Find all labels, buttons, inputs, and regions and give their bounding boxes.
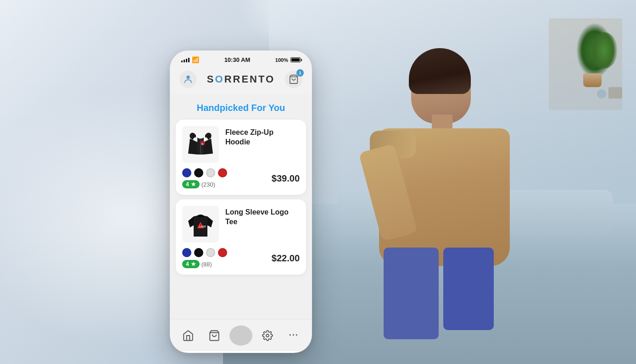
phone-frame: 📶 10:30 AM 100% SORRENTO (170, 50, 312, 353)
cart-icon (289, 74, 299, 84)
person-icon (183, 74, 193, 84)
battery-percent: 100% (275, 57, 288, 63)
bag-icon (208, 330, 220, 342)
rating-value-1: 4 (186, 181, 189, 188)
color-swatches-2 (182, 248, 227, 257)
status-left-icons: 📶 (181, 56, 199, 63)
product-card-1[interactable]: S Fleece Zip-Up Hoodie (176, 120, 306, 195)
svg-point-9 (266, 334, 269, 337)
svg-text:LOGO: LOGO (199, 225, 206, 228)
rating-row-1: 4 ★ (230) (182, 180, 227, 188)
swatch-red-1[interactable] (218, 168, 227, 177)
swatch-white-1[interactable] (206, 168, 215, 177)
logo-accent: O (215, 73, 224, 85)
more-dots-icon: ··· (289, 331, 299, 340)
battery-icon (290, 57, 301, 62)
svg-text:S: S (201, 143, 203, 145)
store-icon (182, 330, 194, 342)
bottom-nav: ··· (170, 319, 312, 351)
swatch-red-2[interactable] (218, 248, 227, 257)
svg-point-0 (186, 76, 190, 79)
signal-bar-3 (186, 59, 187, 62)
profile-button[interactable] (179, 71, 197, 88)
signal-icon (181, 58, 190, 62)
section-title: Handpicked For You (170, 94, 312, 120)
rating-value-2: 4 (186, 261, 189, 267)
signal-bar-1 (181, 61, 183, 62)
signal-bar-2 (184, 60, 185, 62)
app-header: SORRENTO 1 (170, 66, 312, 94)
review-count-1: (230) (201, 181, 215, 188)
product-left-1: 4 ★ (230) (182, 168, 227, 188)
star-icon-2: ★ (191, 261, 196, 267)
hoodie-illustration: S (184, 128, 217, 160)
nav-bag[interactable] (204, 325, 224, 346)
swatch-navy-1[interactable] (182, 168, 191, 177)
review-count-2: (88) (201, 261, 212, 268)
settings-icon (262, 330, 273, 341)
battery-fill (291, 58, 300, 61)
tee-illustration: LOGO (184, 208, 217, 240)
signal-bar-4 (188, 58, 190, 62)
app-content: Handpicked For You (170, 94, 312, 319)
product-name-2: Long Sleeve Logo Tee (225, 206, 300, 243)
product-image-1: S (182, 126, 219, 163)
status-bar: 📶 10:30 AM 100% (170, 51, 312, 66)
nav-center-button[interactable] (229, 325, 252, 346)
status-time: 10:30 AM (224, 56, 251, 63)
product-bottom-2: 4 ★ (88) $22.00 (182, 248, 300, 268)
phone-mockup: 📶 10:30 AM 100% SORRENTO (170, 50, 312, 353)
product-top-1: S Fleece Zip-Up Hoodie (182, 126, 300, 163)
rating-row-2: 4 ★ (88) (182, 260, 227, 268)
person-silhouette (278, 23, 590, 364)
nav-home-center[interactable] (231, 325, 251, 346)
product-top-2: LOGO Long Sleeve Logo Tee (182, 206, 300, 243)
app-logo: SORRENTO (207, 73, 275, 85)
product-bottom-1: 4 ★ (230) $39.00 (182, 168, 300, 188)
nav-more[interactable]: ··· (284, 325, 304, 346)
product-left-2: 4 ★ (88) (182, 248, 227, 268)
rating-badge-1: 4 ★ (182, 180, 200, 188)
swatch-black-2[interactable] (194, 248, 203, 257)
nav-store[interactable] (178, 325, 198, 346)
swatch-white-2[interactable] (206, 248, 215, 257)
wifi-icon: 📶 (192, 56, 199, 63)
product-image-2: LOGO (182, 206, 219, 243)
cart-badge: 1 (296, 69, 304, 77)
nav-settings[interactable] (257, 325, 278, 346)
swatch-navy-2[interactable] (182, 248, 191, 257)
rating-badge-2: 4 ★ (182, 260, 200, 268)
product-price-2: $22.00 (272, 253, 300, 264)
swatch-black-1[interactable] (194, 168, 203, 177)
status-right-icons: 100% (275, 57, 301, 63)
color-swatches-1 (182, 168, 227, 177)
product-name-1: Fleece Zip-Up Hoodie (225, 126, 300, 163)
product-card-2[interactable]: LOGO Long Sleeve Logo Tee (176, 199, 306, 275)
star-icon-1: ★ (191, 181, 196, 188)
product-price-1: $39.00 (272, 173, 300, 184)
cart-button[interactable]: 1 (285, 71, 302, 88)
